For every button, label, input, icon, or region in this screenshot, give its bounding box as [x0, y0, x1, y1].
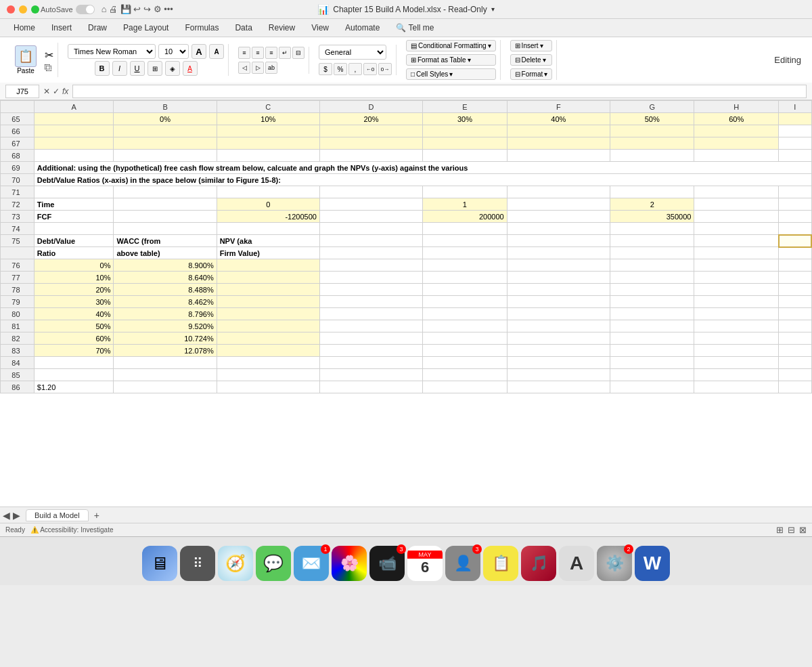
dock-notes[interactable]: 📋: [483, 546, 518, 581]
cell-a65[interactable]: [34, 113, 114, 125]
view-page-break-btn[interactable]: ⊠: [799, 525, 807, 535]
col-header-c[interactable]: C: [217, 101, 319, 113]
percent-btn[interactable]: %: [334, 63, 347, 75]
cell-a70[interactable]: Debt/Value Ratios (x-axis) in the space …: [34, 174, 811, 186]
paste-button[interactable]: 📋 Paste: [9, 43, 42, 77]
conditional-formatting-btn[interactable]: ▤ Conditional Formatting ▾: [406, 40, 496, 51]
cell-c72[interactable]: 0: [217, 198, 319, 211]
cell-b82[interactable]: 10.724%: [114, 332, 217, 345]
tab-automate[interactable]: Automate: [337, 19, 388, 37]
cell-b81[interactable]: 9.520%: [114, 320, 217, 332]
cell-a78[interactable]: 20%: [34, 284, 114, 296]
orientation-btn[interactable]: ab: [265, 62, 277, 74]
currency-btn[interactable]: $: [319, 63, 332, 75]
borders-btn[interactable]: ⊞: [148, 61, 162, 76]
cell-a80[interactable]: 40%: [34, 308, 114, 320]
tab-draw[interactable]: Draw: [80, 19, 115, 37]
tab-formulas[interactable]: Formulas: [177, 19, 227, 37]
minimize-button[interactable]: [19, 5, 27, 14]
cell-c75-top[interactable]: NPV (aka: [217, 235, 319, 247]
cell-e72[interactable]: 1: [423, 198, 508, 211]
cell-c75-sub[interactable]: Firm Value): [217, 247, 319, 259]
cell-e65[interactable]: 30%: [423, 113, 508, 125]
format-btn[interactable]: ⊟ Format ▾: [510, 68, 553, 80]
confirm-formula-icon[interactable]: ✓: [53, 87, 60, 96]
cell-b80[interactable]: 8.796%: [114, 308, 217, 320]
col-header-g[interactable]: G: [610, 101, 694, 113]
dock-system-prefs[interactable]: ⚙️ 2: [597, 546, 632, 581]
dock-facetime[interactable]: 📹 3: [369, 546, 405, 581]
tab-review[interactable]: Review: [261, 19, 303, 37]
merge-btn[interactable]: ⊟: [292, 47, 304, 59]
cell-a81[interactable]: 50%: [34, 320, 114, 332]
cell-c65[interactable]: 10%: [217, 113, 319, 125]
dock-contacts[interactable]: 👤 3: [445, 546, 480, 581]
prev-sheet-btn[interactable]: ◀: [3, 510, 10, 521]
cell-b75-top[interactable]: WACC (from: [114, 235, 217, 247]
dock-calendar[interactable]: MAY 6: [407, 546, 443, 581]
cell-a73[interactable]: FCF: [34, 211, 114, 223]
cell-h65[interactable]: 60%: [694, 113, 779, 125]
dock-music[interactable]: 🎵: [521, 546, 556, 581]
col-header-d[interactable]: D: [319, 101, 422, 113]
col-header-i[interactable]: I: [779, 101, 811, 113]
col-header-h[interactable]: H: [694, 101, 779, 113]
fill-color-btn[interactable]: ◈: [165, 61, 180, 76]
tab-data[interactable]: Data: [227, 19, 260, 37]
delete-btn[interactable]: ⊟ Delete ▾: [510, 54, 553, 66]
wrap-text-btn[interactable]: ↵: [279, 47, 291, 59]
indent-more-btn[interactable]: ▷: [252, 62, 264, 74]
font-size-select[interactable]: 10 11 12 14: [158, 44, 189, 59]
cell-a75-top[interactable]: Debt/Value: [34, 235, 114, 247]
cell-b65[interactable]: 0%: [114, 113, 217, 125]
col-header-a[interactable]: A: [34, 101, 114, 113]
close-button[interactable]: [7, 5, 15, 14]
number-format-select[interactable]: General Number Currency Percentage: [319, 45, 386, 60]
increase-decimal-btn[interactable]: 0→: [378, 63, 392, 75]
autosave-toggle[interactable]: [76, 5, 95, 14]
tab-home[interactable]: Home: [5, 19, 43, 37]
cell-b77[interactable]: 8.640%: [114, 272, 217, 284]
comma-btn[interactable]: ,: [348, 63, 362, 75]
dock-launchpad[interactable]: ⠿: [180, 546, 215, 581]
cell-i65[interactable]: [779, 113, 811, 125]
dock-safari[interactable]: 🧭: [218, 546, 253, 581]
col-header-f[interactable]: F: [507, 101, 610, 113]
cell-a77[interactable]: 10%: [34, 272, 114, 284]
cell-g72[interactable]: 2: [610, 198, 694, 211]
dock-mail[interactable]: ✉️ 1: [294, 546, 329, 581]
tab-page-layout[interactable]: Page Layout: [115, 19, 177, 37]
indent-less-btn[interactable]: ◁: [238, 62, 250, 74]
cell-reference-box[interactable]: [5, 85, 39, 98]
cell-a69[interactable]: Additional: using the (hypothetical) fre…: [34, 162, 811, 174]
dock-word[interactable]: W: [635, 546, 670, 581]
tab-view[interactable]: View: [303, 19, 337, 37]
dropdown-arrow[interactable]: ▾: [491, 5, 495, 13]
decrease-font-btn[interactable]: A: [209, 44, 224, 59]
cell-c73[interactable]: -1200500: [217, 211, 319, 223]
font-family-select[interactable]: Times New Roman Arial Calibri: [68, 44, 156, 59]
cell-a86[interactable]: $1.20: [34, 381, 114, 393]
cell-a83[interactable]: 70%: [34, 345, 114, 357]
maximize-button[interactable]: [31, 5, 39, 14]
align-center-btn[interactable]: ≡: [252, 47, 264, 59]
cell-a75-sub[interactable]: Ratio: [34, 247, 114, 259]
cell-b79[interactable]: 8.462%: [114, 296, 217, 308]
dock-photos[interactable]: 🌸: [332, 546, 367, 581]
underline-button[interactable]: U: [130, 61, 145, 76]
cancel-formula-icon[interactable]: ✕: [43, 87, 50, 96]
cell-b75-sub[interactable]: above table): [114, 247, 217, 259]
cell-c76[interactable]: [217, 259, 319, 272]
cell-a79[interactable]: 30%: [34, 296, 114, 308]
cell-f65[interactable]: 40%: [507, 113, 610, 125]
dock-messages[interactable]: 💬: [256, 546, 291, 581]
format-as-table-btn[interactable]: ⊞ Format as Table ▾: [406, 54, 496, 66]
formula-input[interactable]: [72, 85, 807, 98]
tab-insert[interactable]: Insert: [43, 19, 80, 37]
cell-g65[interactable]: 50%: [610, 113, 694, 125]
cell-e73[interactable]: 200000: [423, 211, 508, 223]
col-header-e[interactable]: E: [423, 101, 508, 113]
cut-icon[interactable]: ✂: [45, 49, 53, 62]
col-header-b[interactable]: B: [114, 101, 217, 113]
cell-b83[interactable]: 12.078%: [114, 345, 217, 357]
